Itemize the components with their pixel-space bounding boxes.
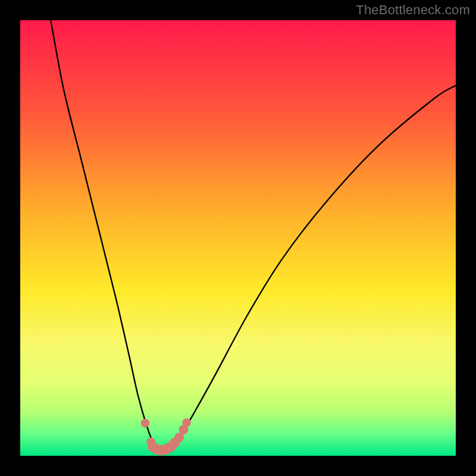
gradient-background — [20, 20, 456, 456]
bottleneck-chart — [20, 20, 456, 456]
highlight-dot — [141, 419, 150, 428]
watermark-text: TheBottleneck.com — [356, 2, 470, 18]
plot-area — [20, 20, 456, 456]
highlight-dot — [182, 418, 191, 427]
chart-frame: TheBottleneck.com — [0, 0, 476, 476]
